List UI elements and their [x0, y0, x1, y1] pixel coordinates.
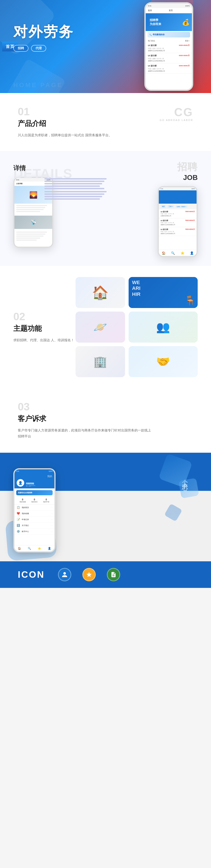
abroad-label: GO ABROAD LABOR: [160, 119, 193, 121]
phone-nav-bar: 返回 首页: [146, 8, 192, 13]
status-time: 9:41: [148, 5, 152, 7]
decor-shape-2: [179, 478, 199, 499]
icon-circle-user: [58, 568, 71, 581]
userid: ID: 100*******: [26, 485, 35, 487]
personal-phone-frame: 9:41 100% 我的 👤 悟能悟能 ID: 100******* 高薪职位全…: [13, 468, 55, 553]
planet-icon: 🪐: [93, 321, 107, 334]
stat-resume: 0 我的简历: [31, 498, 37, 503]
icon-circle-doc: [107, 568, 120, 581]
theme-row-1: 🏠 WE ARI HIR 🪑: [76, 277, 198, 308]
wah-text: WE ARI HIR: [132, 280, 140, 297]
banner-icon: 💰: [182, 19, 190, 26]
hero-title-area: 对外劳务 招聘 代理: [13, 22, 74, 52]
planet-card: 🪐: [76, 312, 125, 343]
phone-job-3: UI 设计师 6000-8000/月 中国 / 成都 / 3-5 年 / 本 成…: [146, 63, 192, 73]
recruit-phone-job-2: UI 设计师 5000-8000/月 外派 / 北京 / 3-5 年 / 本 成…: [159, 218, 196, 227]
user-icon: [61, 571, 68, 578]
recruit-phone-job-3: UI 设计师 5000-8000/月 外派 / 北京 / 3-5 年 / 本 成…: [159, 227, 196, 236]
product-heading: 产品介绍: [18, 119, 149, 128]
recruit-phone-bottom-nav: 🏠 🔍 ⭐ 👤: [159, 250, 196, 256]
recruit-phone-frame: 9:41 100% 👤👤👤 地区 工种 + 1000 - 5000 +: [158, 186, 198, 257]
filter-tag-type[interactable]: 工种 +: [167, 205, 174, 208]
chair-icon: 🪑: [184, 296, 195, 306]
demand-number: 03: [18, 402, 193, 412]
details-phone-text1: [15, 204, 52, 214]
building-card: 🏢: [76, 346, 125, 377]
icon-label: ICON: [18, 569, 45, 580]
theme-row-3: 🏢 🤝: [76, 346, 198, 377]
filter-tag-salary[interactable]: 1000 - 5000 +: [175, 206, 187, 208]
nav-back: 返回: [148, 9, 152, 12]
theme-cards: 🏠 WE ARI HIR 🪑 🪐 👥 🏢: [76, 277, 198, 377]
product-left: 01 产品介绍 川人出国是为求职者，招聘单位提供一站式出 国劳务服务平台。: [18, 106, 149, 138]
menu-item-about: ℹ️ 关于我们 ›: [15, 523, 54, 528]
hero-tags: 招聘 代理: [13, 45, 74, 52]
product-number: 01: [18, 106, 149, 117]
menu-item-account: ⚙️ 账号中心 ›: [15, 528, 54, 534]
status-battery: 100%: [185, 5, 190, 7]
nav-title: 首页: [169, 9, 173, 12]
hero-phone: 9:41 100% 返回 首页 招聘季 为你而来 💰 🔍 寻: [144, 2, 193, 91]
icon-item-doc: [107, 568, 120, 581]
icon-items: [58, 568, 120, 581]
menu-icon-account: ⚙️: [17, 530, 20, 533]
theme-desc: 求职招聘、代理、出国达 人、培训报名！: [13, 337, 74, 343]
personal-phone-stats: 0 我的收藏 0 我的简历 0 我的申请: [15, 497, 54, 504]
stat-apply: 0 我的申请: [43, 498, 49, 503]
phone-job-1: UI 设计师 6000-8000/月 中国 / 北京 / 3-5 年 / 本 成…: [146, 43, 192, 53]
personal-left: 9:41 100% 我的 👤 悟能悟能 ID: 100******* 高薪职位全…: [13, 462, 55, 553]
icon-circle-star: [82, 568, 96, 581]
personal-phone-bottom-nav: 🏠 🔍 ⭐ 👤: [15, 545, 54, 551]
personal-phone-header: 我的 👤 悟能悟能 ID: 100*******: [15, 473, 54, 488]
personal-right: 个人中心: [64, 462, 198, 482]
recruit-phone-status: 9:41 100%: [159, 187, 196, 190]
theme-heading: 主题功能: [13, 324, 74, 334]
filter-tag-area[interactable]: 地区: [161, 205, 166, 208]
recruit-phone-filter: 地区 工种 + 1000 - 5000 +: [159, 204, 196, 209]
hero-main-title: 对外劳务: [13, 22, 74, 41]
meeting-icon: 👥: [156, 321, 170, 334]
handshake-icon: 🤝: [156, 355, 170, 368]
phone-search-banner: 🔍 寻找最强的你: [148, 32, 190, 37]
demand-desc: 客户市专门做人力资源劳务派遣的，此项目与商务厅合作来做专门针对出国劳务的一款线上…: [18, 427, 151, 439]
icon-item-star: [82, 568, 96, 581]
demand-heading: 客户诉求: [18, 414, 193, 424]
cg-label: CG: [174, 106, 193, 118]
details-label-main: 详情: [13, 164, 101, 173]
personal-phone-avatar: 👤: [17, 479, 24, 487]
search-label: 寻找最强的你: [153, 33, 165, 36]
phone-banner: 招聘季 为你而来 💰: [146, 13, 192, 31]
document-icon: [110, 571, 116, 578]
recruit-label-bg: 招聘: [177, 160, 198, 174]
details-right: 招聘 JOB 9:41 100% 👤👤👤 地区 工种 + 1000: [110, 160, 198, 257]
hero-tag-agency: 代理: [31, 45, 46, 52]
personal-section: 9:41 100% 我的 👤 悟能悟能 ID: 100******* 高薪职位全…: [0, 453, 211, 561]
meeting-card: 👥: [129, 312, 198, 343]
details-phone-img2: 📡: [15, 216, 52, 229]
phone-frame: 9:41 100% 返回 首页 招聘季 为你而来 💰 🔍 寻: [144, 2, 193, 91]
phone-section-title: 热门职位 更多+: [146, 38, 192, 43]
house-card: 🏠: [76, 277, 125, 308]
product-right: CG GO ABROAD LABOR: [158, 106, 193, 121]
menu-icon-about: ℹ️: [17, 524, 20, 527]
phone-status-bar: 9:41 100%: [146, 4, 192, 8]
theme-number: 02: [13, 311, 74, 322]
details-left: DETAILS 详情 9:41 100% 公告详情 🌄: [13, 160, 101, 248]
product-section: 01 产品介绍 川人出国是为求职者，招聘单位提供一站式出 国劳务服务平台。 CG…: [0, 93, 211, 151]
recruit-phone-header: 👤👤👤: [159, 190, 196, 204]
username: 悟能悟能: [26, 482, 35, 485]
stat-collection: 0 我的收藏: [20, 498, 26, 503]
menu-item-collection: ❤️ 我的收藏 ›: [15, 510, 54, 517]
theme-row-2: 🪐 👥: [76, 312, 198, 343]
details-phone-text2: [15, 230, 52, 243]
menu-icon-resume: 📋: [17, 506, 20, 509]
details-text-overlay: [45, 178, 111, 201]
nav-title: 我的: [47, 475, 52, 478]
star-icon: [86, 571, 92, 578]
we-are-hiring-card: WE ARI HIR 🪑: [129, 277, 198, 308]
personal-status: 9:41 100%: [15, 469, 54, 473]
handshake-card: 🤝: [129, 346, 198, 377]
theme-section: 02 主题功能 求职招聘、代理、出国达 人、培训报名！ 🏠 WE ARI HIR…: [0, 266, 211, 388]
personal-phone-user-info: 悟能悟能 ID: 100*******: [26, 482, 35, 487]
recruit-phone: 9:41 100% 👤👤👤 地区 工种 + 1000 - 5000 +: [158, 186, 198, 257]
